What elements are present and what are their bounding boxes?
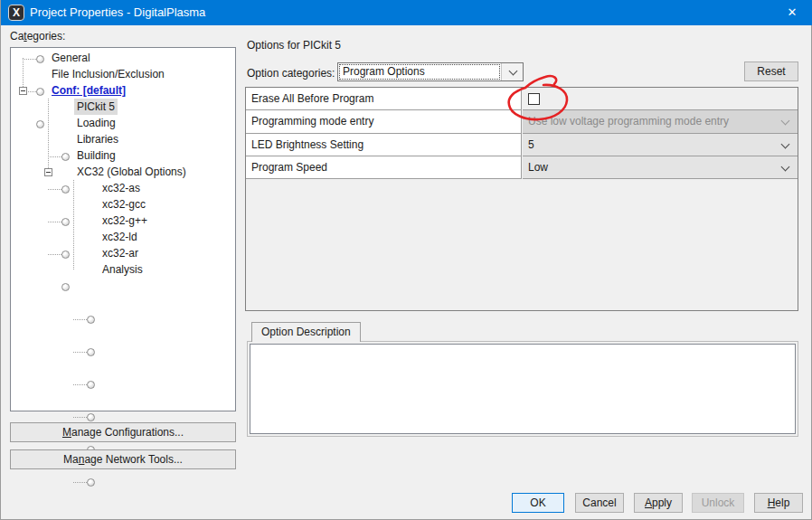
close-icon[interactable]: ✕ [771,0,812,25]
unlock-button: Unlock [692,493,744,513]
options-table: Erase All Before Program Programming mod… [245,87,798,311]
tree-item-analysis[interactable]: Analysis [11,261,235,278]
tree-item-pickit-5[interactable]: PICkit 5 [11,99,235,115]
option-row-erase-all: Erase All Before Program [246,88,798,110]
expand-collapse-icon[interactable] [19,87,27,95]
tree-item-conf-default[interactable]: Conf: [default] [11,82,235,99]
tab-option-description[interactable]: Option Description [251,322,361,342]
option-row-programming-mode: Programming mode entry Use low voltage p… [246,110,798,134]
option-row-program-speed: Program Speed Low [246,156,798,179]
tree-node-icon [87,348,95,356]
manage-configurations-button[interactable]: Manage Configurations... [10,422,236,442]
erase-all-checkbox[interactable] [528,93,540,105]
tree-item-file-inclusion-exclusion[interactable]: File Inclusion/Exclusion [11,66,235,82]
tree-node-icon [87,413,95,421]
chevron-down-icon [781,140,790,149]
option-row-led-brightness: LED Brightness Setting 5 [246,134,798,156]
chevron-down-icon [781,163,790,172]
tree-item-xc32-as[interactable]: xc32-as [11,180,235,196]
option-description-panel [247,341,798,437]
help-button[interactable]: Help [754,493,803,513]
project-properties-dialog: X Project Properties - DigitalPlasma ✕ C… [0,0,812,520]
led-brightness-select[interactable]: 5 [523,134,798,156]
option-categories-label: Option categories: [247,67,335,80]
programming-mode-select: Use low voltage programming mode entry [523,110,798,134]
tree-item-xc32-gpp[interactable]: xc32-g++ [11,213,235,229]
manage-network-tools-button[interactable]: Manage Network Tools... [10,449,236,469]
options-heading: Options for PICkit 5 [247,39,341,52]
chevron-down-icon [781,117,790,126]
mplab-x-icon: X [8,5,24,21]
tree-item-building[interactable]: Building [11,147,235,164]
categories-tree: General File Inclusion/Exclusion Conf: [… [10,47,236,411]
option-categories-select[interactable]: Program Options [337,62,524,81]
tree-node-icon [87,381,95,389]
categories-label: Categories: [10,30,65,43]
option-categories-value: Program Options [340,65,499,79]
tree-node-icon [61,283,70,291]
cancel-button[interactable]: Cancel [575,493,624,513]
tree-node-icon [87,316,95,324]
title-bar: X Project Properties - DigitalPlasma ✕ [1,0,812,25]
chevron-down-icon[interactable] [501,63,523,80]
tree-item-xc32-ar[interactable]: xc32-ar [11,245,235,261]
tree-item-loading[interactable]: Loading [11,115,235,131]
ok-button[interactable]: OK [512,493,564,513]
tree-node-icon [87,478,95,487]
expand-collapse-icon[interactable] [44,168,52,176]
option-description-content [250,344,796,434]
reset-button[interactable]: Reset [744,61,798,81]
program-speed-select[interactable]: Low [523,156,798,179]
window-title: Project Properties - DigitalPlasma [30,0,205,25]
tree-node-icon [36,55,44,63]
apply-button[interactable]: Apply [634,493,683,513]
tree-item-xc32-gcc[interactable]: xc32-gcc [11,196,235,213]
tree-item-libraries[interactable]: Libraries [11,131,235,147]
tree-item-general[interactable]: General [11,50,235,66]
tree-item-xc32-ld[interactable]: xc32-ld [11,229,235,245]
